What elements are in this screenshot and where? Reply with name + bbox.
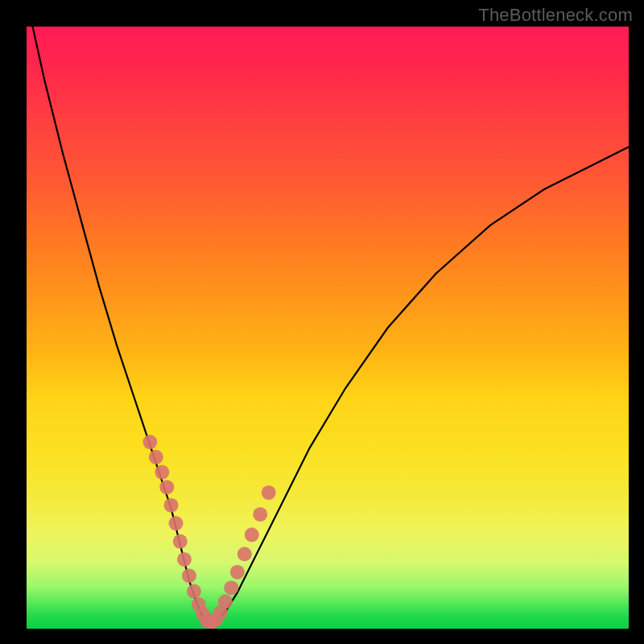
marker-dot: [173, 535, 188, 549]
marker-dot: [224, 580, 238, 595]
marker-dot: [218, 594, 233, 609]
watermark-text: TheBottleneck.com: [478, 5, 633, 26]
marker-dot: [169, 516, 184, 530]
marker-dot: [177, 552, 192, 567]
marker-dot: [237, 547, 252, 561]
bottleneck-curve: [32, 27, 629, 623]
chart-frame: TheBottleneck.com: [0, 0, 644, 644]
marker-dot: [253, 507, 267, 522]
marker-dot: [155, 465, 169, 480]
curve-layer: [27, 27, 629, 629]
marker-dot: [182, 568, 196, 583]
marker-dot: [159, 480, 174, 494]
marker-dot: [187, 584, 201, 599]
marker-dot: [149, 450, 163, 464]
marker-dot: [230, 565, 245, 580]
plot-area: [27, 27, 629, 629]
marker-dot: [164, 498, 179, 513]
marker-dot: [245, 527, 259, 542]
marker-dot: [262, 485, 276, 500]
highlight-markers: [142, 435, 275, 629]
marker-dot: [142, 435, 157, 449]
